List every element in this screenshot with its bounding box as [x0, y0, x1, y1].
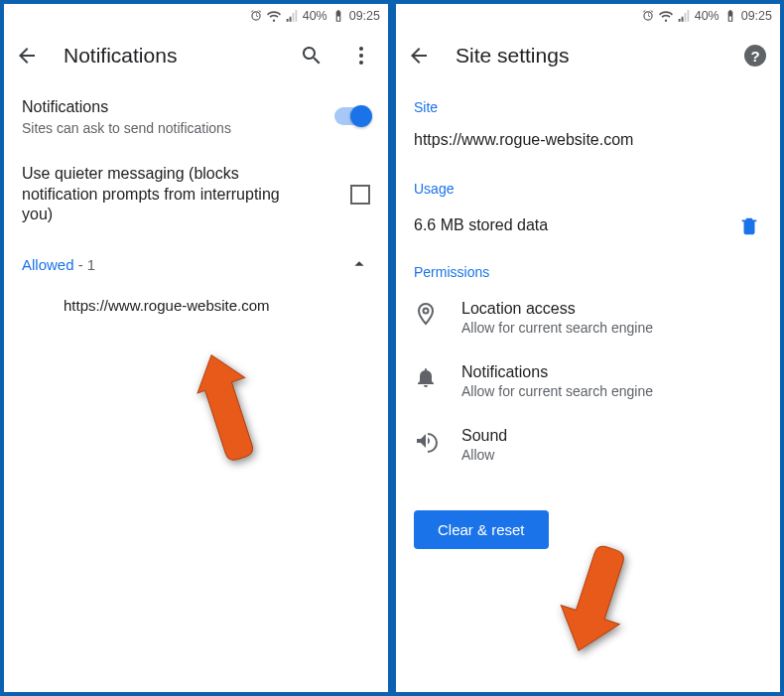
app-bar: Notifications	[4, 28, 388, 83]
location-icon	[414, 302, 438, 326]
search-icon	[300, 44, 324, 68]
wifi-icon	[267, 9, 281, 23]
permission-notifications-row[interactable]: Notifications Allow for current search e…	[396, 349, 780, 413]
trash-icon	[738, 214, 760, 236]
clock-time: 09:25	[741, 9, 772, 23]
delete-storage-button[interactable]	[736, 212, 762, 238]
permission-location-row[interactable]: Location access Allow for current search…	[396, 286, 780, 349]
clock-time: 09:25	[349, 9, 380, 23]
battery-icon	[723, 9, 737, 23]
quiet-messaging-label: Use quieter messaging (blocks notificati…	[22, 164, 300, 225]
page-title: Site settings	[456, 44, 720, 68]
site-url: https://www.rogue-website.com	[396, 121, 780, 165]
chevron-up-icon	[348, 253, 370, 275]
battery-percent: 40%	[303, 9, 327, 23]
back-button[interactable]	[406, 43, 432, 69]
clear-reset-button[interactable]: Clear & reset	[414, 510, 549, 549]
signal-icon	[677, 9, 691, 23]
notifications-toggle-row[interactable]: Notifications Sites can ask to send noti…	[4, 83, 388, 150]
search-button[interactable]	[299, 43, 325, 69]
permission-location-title: Location access	[461, 300, 653, 318]
permission-notifications-title: Notifications	[461, 363, 653, 381]
permission-notifications-sub: Allow for current search engine	[461, 383, 653, 399]
status-bar: 40% 09:25	[4, 4, 388, 28]
site-section-header: Site	[396, 83, 780, 121]
volume-icon	[414, 429, 438, 453]
arrow-back-icon	[407, 44, 431, 68]
permission-sound-title: Sound	[461, 427, 507, 445]
battery-percent: 40%	[695, 9, 719, 23]
battery-icon	[331, 9, 345, 23]
phone-frame-notifications: 40% 09:25 Notifications Notifications Si…	[0, 0, 392, 696]
notifications-switch[interactable]	[334, 107, 370, 125]
more-vert-icon	[349, 44, 373, 68]
usage-row: 6.6 MB stored data	[396, 203, 780, 248]
svg-point-0	[359, 47, 363, 51]
phone-frame-site-settings: 40% 09:25 Site settings ? Site https://w…	[392, 0, 784, 696]
back-button[interactable]	[14, 43, 40, 69]
allowed-site-item[interactable]: https://www.rogue-website.com	[4, 285, 388, 326]
page-title: Notifications	[64, 44, 275, 68]
app-bar: Site settings ?	[396, 28, 780, 83]
usage-section-header: Usage	[396, 165, 780, 203]
alarm-icon	[249, 9, 263, 23]
svg-point-3	[424, 309, 429, 314]
permissions-section-header: Permissions	[396, 248, 780, 286]
permission-sound-sub: Allow	[461, 447, 507, 463]
bell-icon	[414, 365, 438, 389]
permission-sound-row[interactable]: Sound Allow	[396, 413, 780, 477]
stored-data-text: 6.6 MB stored data	[414, 216, 722, 234]
help-button[interactable]: ?	[744, 45, 766, 67]
notifications-sub: Sites can ask to send notifications	[22, 120, 321, 136]
wifi-icon	[659, 9, 673, 23]
allowed-label: Allowed	[22, 256, 74, 273]
permission-location-sub: Allow for current search engine	[461, 320, 653, 336]
svg-point-2	[359, 61, 363, 65]
overflow-menu-button[interactable]	[348, 43, 374, 69]
signal-icon	[285, 9, 299, 23]
svg-point-1	[359, 54, 363, 58]
arrow-back-icon	[15, 44, 39, 68]
alarm-icon	[641, 9, 655, 23]
allowed-count: - 1	[74, 256, 96, 273]
status-bar: 40% 09:25	[396, 4, 780, 28]
allowed-section-toggle[interactable]: Allowed - 1	[4, 239, 388, 285]
quiet-messaging-row[interactable]: Use quieter messaging (blocks notificati…	[4, 150, 388, 239]
notifications-label: Notifications	[22, 97, 321, 118]
quiet-messaging-checkbox[interactable]	[350, 185, 370, 205]
